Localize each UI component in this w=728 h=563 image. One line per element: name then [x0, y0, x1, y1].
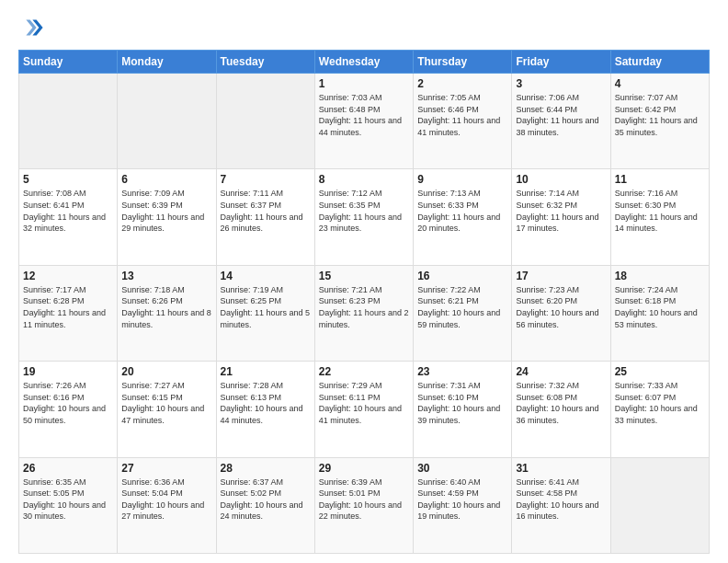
- day-info: Sunrise: 7:23 AM Sunset: 6:20 PM Dayligh…: [516, 284, 606, 330]
- day-number: 4: [615, 77, 705, 90]
- day-info: Sunrise: 6:36 AM Sunset: 5:04 PM Dayligh…: [121, 477, 211, 523]
- day-number: 17: [516, 270, 606, 282]
- day-number: 21: [221, 365, 311, 378]
- day-info: Sunrise: 7:19 AM Sunset: 6:25 PM Dayligh…: [221, 284, 311, 330]
- day-info: Sunrise: 7:09 AM Sunset: 6:39 PM Dayligh…: [121, 188, 211, 234]
- logo: [18, 15, 48, 40]
- day-info: Sunrise: 7:17 AM Sunset: 6:28 PM Dayligh…: [23, 284, 113, 330]
- day-number: 20: [121, 365, 211, 378]
- day-info: Sunrise: 7:08 AM Sunset: 6:41 PM Dayligh…: [23, 188, 113, 234]
- day-info: Sunrise: 7:26 AM Sunset: 6:16 PM Dayligh…: [23, 380, 113, 426]
- calendar-cell: 28Sunrise: 6:37 AM Sunset: 5:02 PM Dayli…: [216, 457, 314, 553]
- calendar-cell: 14Sunrise: 7:19 AM Sunset: 6:25 PM Dayli…: [216, 265, 314, 361]
- day-info: Sunrise: 7:22 AM Sunset: 6:21 PM Dayligh…: [417, 284, 507, 330]
- day-number: 5: [23, 173, 113, 186]
- calendar-cell: 30Sunrise: 6:40 AM Sunset: 4:59 PM Dayli…: [414, 457, 512, 553]
- calendar-cell: 13Sunrise: 7:18 AM Sunset: 6:26 PM Dayli…: [118, 265, 216, 361]
- day-info: Sunrise: 7:05 AM Sunset: 6:46 PM Dayligh…: [417, 92, 507, 138]
- calendar-cell: 24Sunrise: 7:32 AM Sunset: 6:08 PM Dayli…: [512, 362, 610, 457]
- calendar-cell: 12Sunrise: 7:17 AM Sunset: 6:28 PM Dayli…: [19, 265, 118, 361]
- header: [18, 15, 710, 40]
- calendar-cell: 8Sunrise: 7:12 AM Sunset: 6:35 PM Daylig…: [314, 169, 413, 265]
- calendar-cell: 7Sunrise: 7:11 AM Sunset: 6:37 PM Daylig…: [216, 169, 314, 265]
- day-number: 23: [417, 365, 507, 378]
- col-header-friday: Friday: [512, 51, 610, 74]
- day-info: Sunrise: 7:14 AM Sunset: 6:32 PM Dayligh…: [516, 188, 606, 234]
- calendar-week-5: 26Sunrise: 6:35 AM Sunset: 5:05 PM Dayli…: [19, 457, 710, 553]
- calendar-cell: 21Sunrise: 7:28 AM Sunset: 6:13 PM Dayli…: [216, 362, 314, 457]
- day-info: Sunrise: 7:24 AM Sunset: 6:18 PM Dayligh…: [615, 284, 705, 330]
- col-header-monday: Monday: [118, 51, 216, 74]
- day-number: 7: [221, 173, 311, 186]
- day-info: Sunrise: 6:39 AM Sunset: 5:01 PM Dayligh…: [319, 477, 409, 523]
- day-number: 9: [417, 173, 507, 186]
- calendar-cell: [610, 457, 709, 553]
- day-number: 28: [221, 462, 311, 475]
- day-number: 27: [121, 462, 211, 475]
- day-info: Sunrise: 7:32 AM Sunset: 6:08 PM Dayligh…: [516, 380, 606, 426]
- page: SundayMondayTuesdayWednesdayThursdayFrid…: [0, 0, 728, 563]
- col-header-saturday: Saturday: [610, 51, 709, 74]
- calendar-cell: [118, 74, 216, 169]
- day-info: Sunrise: 7:27 AM Sunset: 6:15 PM Dayligh…: [121, 380, 211, 426]
- day-number: 12: [23, 270, 113, 282]
- day-info: Sunrise: 7:12 AM Sunset: 6:35 PM Dayligh…: [319, 188, 409, 234]
- day-info: Sunrise: 6:37 AM Sunset: 5:02 PM Dayligh…: [221, 477, 311, 523]
- day-info: Sunrise: 7:13 AM Sunset: 6:33 PM Dayligh…: [417, 188, 507, 234]
- day-number: 10: [516, 173, 606, 186]
- calendar-week-4: 19Sunrise: 7:26 AM Sunset: 6:16 PM Dayli…: [19, 362, 710, 457]
- calendar-cell: 31Sunrise: 6:41 AM Sunset: 4:58 PM Dayli…: [512, 457, 610, 553]
- calendar-cell: 6Sunrise: 7:09 AM Sunset: 6:39 PM Daylig…: [118, 169, 216, 265]
- calendar-cell: 3Sunrise: 7:06 AM Sunset: 6:44 PM Daylig…: [512, 74, 610, 169]
- day-info: Sunrise: 7:06 AM Sunset: 6:44 PM Dayligh…: [516, 92, 606, 138]
- calendar-table: SundayMondayTuesdayWednesdayThursdayFrid…: [18, 50, 710, 554]
- calendar-cell: [19, 74, 118, 169]
- col-header-wednesday: Wednesday: [314, 51, 413, 74]
- calendar-cell: 29Sunrise: 6:39 AM Sunset: 5:01 PM Dayli…: [314, 457, 413, 553]
- calendar-cell: 10Sunrise: 7:14 AM Sunset: 6:32 PM Dayli…: [512, 169, 610, 265]
- day-number: 22: [319, 365, 409, 378]
- calendar-cell: 17Sunrise: 7:23 AM Sunset: 6:20 PM Dayli…: [512, 265, 610, 361]
- day-number: 8: [319, 173, 409, 186]
- day-info: Sunrise: 7:31 AM Sunset: 6:10 PM Dayligh…: [417, 380, 507, 426]
- day-number: 2: [417, 77, 507, 90]
- day-number: 13: [121, 270, 211, 282]
- calendar-cell: 16Sunrise: 7:22 AM Sunset: 6:21 PM Dayli…: [414, 265, 512, 361]
- day-number: 18: [615, 270, 705, 282]
- calendar-cell: 22Sunrise: 7:29 AM Sunset: 6:11 PM Dayli…: [314, 362, 413, 457]
- day-number: 19: [23, 365, 113, 378]
- calendar-week-1: 1Sunrise: 7:03 AM Sunset: 6:48 PM Daylig…: [19, 74, 710, 169]
- day-number: 30: [417, 462, 507, 475]
- calendar-cell: 2Sunrise: 7:05 AM Sunset: 6:46 PM Daylig…: [414, 74, 512, 169]
- day-number: 16: [417, 270, 507, 282]
- calendar-cell: 25Sunrise: 7:33 AM Sunset: 6:07 PM Dayli…: [610, 362, 709, 457]
- day-info: Sunrise: 6:41 AM Sunset: 4:58 PM Dayligh…: [516, 477, 606, 523]
- calendar-cell: 27Sunrise: 6:36 AM Sunset: 5:04 PM Dayli…: [118, 457, 216, 553]
- calendar-cell: 1Sunrise: 7:03 AM Sunset: 6:48 PM Daylig…: [314, 74, 413, 169]
- day-info: Sunrise: 6:35 AM Sunset: 5:05 PM Dayligh…: [23, 477, 113, 523]
- day-number: 11: [615, 173, 705, 186]
- day-number: 25: [615, 365, 705, 378]
- day-info: Sunrise: 7:07 AM Sunset: 6:42 PM Dayligh…: [615, 92, 705, 138]
- day-number: 6: [121, 173, 211, 186]
- calendar-cell: 23Sunrise: 7:31 AM Sunset: 6:10 PM Dayli…: [414, 362, 512, 457]
- day-number: 31: [516, 462, 606, 475]
- calendar-cell: 26Sunrise: 6:35 AM Sunset: 5:05 PM Dayli…: [19, 457, 118, 553]
- calendar-cell: [216, 74, 314, 169]
- day-number: 29: [319, 462, 409, 475]
- col-header-sunday: Sunday: [19, 51, 118, 74]
- day-info: Sunrise: 7:11 AM Sunset: 6:37 PM Dayligh…: [221, 188, 311, 234]
- calendar-cell: 18Sunrise: 7:24 AM Sunset: 6:18 PM Dayli…: [610, 265, 709, 361]
- calendar-week-3: 12Sunrise: 7:17 AM Sunset: 6:28 PM Dayli…: [19, 265, 710, 361]
- calendar-week-2: 5Sunrise: 7:08 AM Sunset: 6:41 PM Daylig…: [19, 169, 710, 265]
- day-info: Sunrise: 6:40 AM Sunset: 4:59 PM Dayligh…: [417, 477, 507, 523]
- calendar-cell: 15Sunrise: 7:21 AM Sunset: 6:23 PM Dayli…: [314, 265, 413, 361]
- calendar-cell: 9Sunrise: 7:13 AM Sunset: 6:33 PM Daylig…: [414, 169, 512, 265]
- day-number: 3: [516, 77, 606, 90]
- calendar-cell: 20Sunrise: 7:27 AM Sunset: 6:15 PM Dayli…: [118, 362, 216, 457]
- logo-icon: [18, 15, 44, 40]
- day-number: 15: [319, 270, 409, 282]
- day-info: Sunrise: 7:21 AM Sunset: 6:23 PM Dayligh…: [319, 284, 409, 330]
- day-number: 24: [516, 365, 606, 378]
- day-info: Sunrise: 7:18 AM Sunset: 6:26 PM Dayligh…: [121, 284, 211, 330]
